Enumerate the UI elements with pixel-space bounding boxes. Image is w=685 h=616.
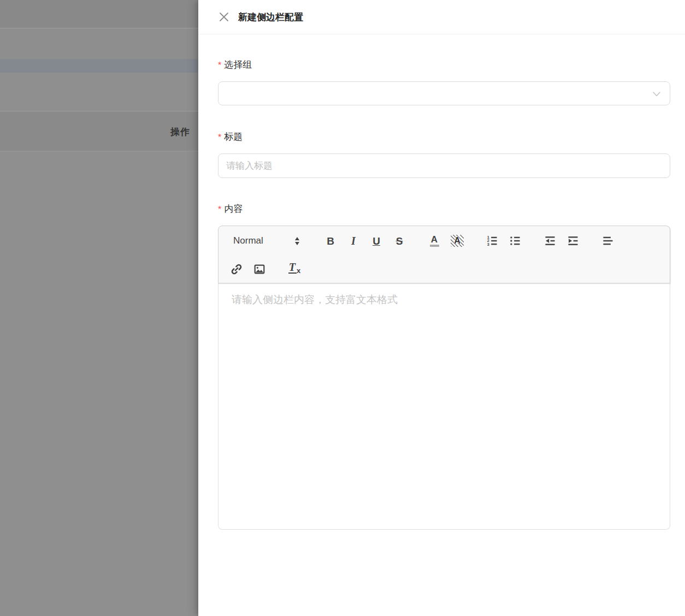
format-picker-value: Normal [233, 235, 263, 246]
ordered-list-icon[interactable]: 1 2 3 [485, 234, 500, 248]
new-sidebar-config-drawer: 新建侧边栏配置 * 选择组 * 标题 * 内容 [198, 0, 685, 616]
image-icon[interactable] [252, 262, 267, 276]
highlight-color-icon[interactable]: A [450, 234, 465, 248]
drawer-body: * 选择组 * 标题 * 内容 [198, 59, 685, 530]
close-icon[interactable] [218, 11, 230, 23]
drawer-title: 新建侧边栏配置 [238, 11, 303, 23]
bold-icon[interactable]: B [323, 234, 338, 248]
group-label-text: 选择组 [224, 59, 252, 70]
drawer-header: 新建侧边栏配置 [198, 0, 685, 34]
strike-icon[interactable]: S [392, 234, 407, 248]
underline-icon[interactable]: U [369, 234, 384, 248]
format-picker[interactable]: Normal [225, 234, 307, 248]
bullet-list-icon[interactable] [507, 234, 523, 248]
group-select[interactable] [218, 81, 670, 105]
chevron-down-icon [652, 89, 662, 99]
link-icon[interactable] [229, 262, 244, 276]
title-field-label: * 标题 [218, 131, 670, 144]
clear-format-icon[interactable]: Tx [287, 262, 302, 276]
content-label-text: 内容 [224, 203, 243, 215]
italic-icon[interactable]: I [346, 234, 361, 248]
group-field-label: * 选择组 [218, 59, 670, 72]
align-icon[interactable] [600, 234, 616, 248]
title-input[interactable] [218, 153, 670, 178]
text-color-icon[interactable]: A [427, 234, 442, 248]
svg-text:3: 3 [487, 242, 489, 247]
outdent-icon[interactable] [542, 234, 558, 248]
required-asterisk: * [218, 131, 221, 144]
content-field-label: * 内容 [218, 203, 670, 216]
editor-placeholder: 请输入侧边栏内容，支持富文本格式 [232, 293, 657, 307]
required-asterisk: * [218, 203, 221, 216]
table-action-column-header: 操作 [170, 126, 190, 138]
rich-text-editor: Normal B I U S A [218, 226, 670, 530]
screen: 操作 新建侧边栏配置 * 选择组 * 标题 [0, 0, 685, 616]
editor-toolbar: Normal B I U S A [218, 226, 670, 283]
indent-icon[interactable] [565, 234, 581, 248]
title-label-text: 标题 [224, 131, 243, 143]
required-asterisk: * [218, 59, 221, 72]
picker-updown-icon [295, 237, 299, 245]
editor-content-area[interactable]: 请输入侧边栏内容，支持富文本格式 [218, 283, 670, 530]
